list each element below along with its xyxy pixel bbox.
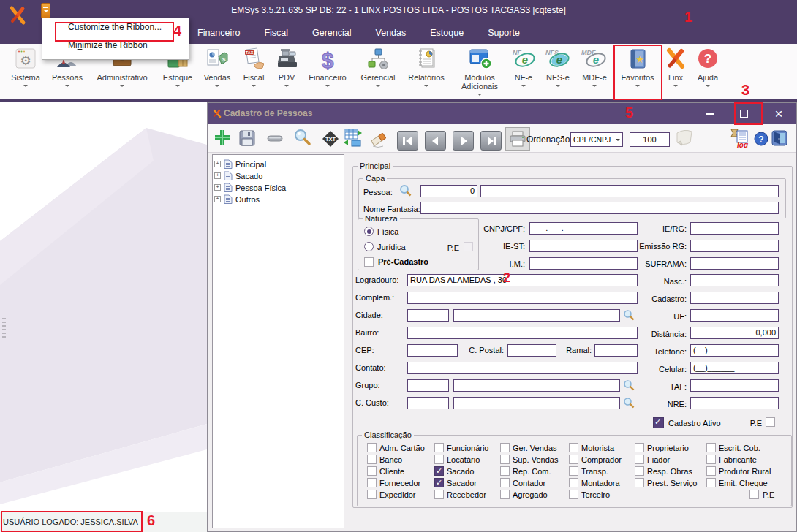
- cidade-name-field[interactable]: [453, 309, 620, 322]
- checkbox-contador[interactable]: Contador: [500, 478, 558, 487]
- uf-field[interactable]: [690, 309, 779, 322]
- toolbar-item-nfse[interactable]: NFSe NFS-e: [541, 45, 575, 89]
- telefone-field[interactable]: (__)________: [690, 344, 779, 357]
- cep-field[interactable]: [407, 344, 458, 357]
- tab-estoque[interactable]: Estoque: [428, 26, 465, 39]
- checkbox-fiador[interactable]: Fiador: [635, 455, 697, 464]
- nre-field[interactable]: [690, 397, 779, 409]
- add-button[interactable]: [213, 128, 232, 150]
- logradouro-field[interactable]: RUA DAS ALAMEDAS , 30: [407, 274, 638, 286]
- c-custo-code-field[interactable]: [407, 397, 449, 409]
- pre-cadastro-checkbox[interactable]: [364, 257, 374, 267]
- checkbox-funcionario[interactable]: Funcionário: [434, 443, 488, 452]
- toolbar-item-financeiro[interactable]: $ Financeiro: [303, 45, 352, 89]
- minimize-button[interactable]: [699, 103, 721, 124]
- log-button[interactable]: log: [728, 128, 749, 151]
- checkbox-prest-servico[interactable]: Prest. Serviço: [635, 478, 697, 487]
- checkbox-proprietario[interactable]: Proprietario: [635, 443, 697, 452]
- toolbar-item-linx[interactable]: Linx: [661, 45, 690, 89]
- nav-next-button[interactable]: [453, 131, 474, 151]
- bairro-field[interactable]: [407, 327, 638, 339]
- tree-expand-icon[interactable]: [214, 161, 221, 167]
- tab-financeiro[interactable]: Financeiro: [196, 26, 241, 39]
- nome-fantasia-field[interactable]: [420, 202, 779, 214]
- checkbox-expedidor[interactable]: Expedidor: [367, 490, 425, 499]
- toolbar-item-modulos-adicionais[interactable]: Módulos Adicionais: [453, 45, 506, 98]
- cidade-code-field[interactable]: [407, 309, 449, 322]
- toolbar-item-relatorios[interactable]: Relatórios: [402, 45, 450, 89]
- celular-field[interactable]: (__)______: [690, 362, 779, 374]
- toolbar-item-favoritos[interactable]: ★ Favoritos: [616, 45, 660, 89]
- toolbar-item-pdv[interactable]: PDV: [272, 45, 301, 89]
- checkbox-recebedor[interactable]: Recebedor: [434, 490, 488, 499]
- search-button[interactable]: [293, 128, 312, 150]
- help-button[interactable]: ?: [754, 132, 768, 149]
- tree-item-outros[interactable]: Outros: [214, 194, 344, 205]
- nav-last-button[interactable]: [480, 131, 502, 151]
- checkbox-transp[interactable]: Transp.: [569, 466, 622, 476]
- checkbox-adm-cartao[interactable]: Adm. Cartão: [367, 443, 425, 452]
- menu-item-minimize-ribbon[interactable]: Minimize the Ribbon: [42, 37, 189, 55]
- checkbox-locatario[interactable]: Locatário: [434, 455, 488, 464]
- checkbox-emit-cheque[interactable]: Emit. Cheque: [706, 478, 771, 487]
- nav-previous-button[interactable]: [425, 131, 446, 151]
- exit-button[interactable]: [771, 129, 788, 150]
- suframa-field[interactable]: [690, 257, 779, 270]
- toolbar-item-gerencial[interactable]: Gerencial: [355, 45, 401, 89]
- tree-expand-icon[interactable]: [214, 184, 221, 191]
- tree-item-pessoa-fisica[interactable]: Pessoa Física: [214, 182, 344, 193]
- limit-input[interactable]: 100: [630, 132, 670, 147]
- toolbar-item-fiscal[interactable]: TAX Fiscal: [237, 45, 271, 89]
- maximize-button[interactable]: [733, 103, 755, 124]
- checkbox-banco[interactable]: Banco: [367, 455, 425, 464]
- nasc-field[interactable]: [690, 274, 779, 286]
- pessoa-name-field[interactable]: [480, 185, 779, 197]
- grupo-name-field[interactable]: [453, 379, 620, 392]
- tree-item-principal[interactable]: Principal: [214, 159, 344, 170]
- checkbox-cliente[interactable]: Cliente: [367, 466, 425, 476]
- tab-suporte[interactable]: Suporte: [486, 26, 521, 39]
- taf-field[interactable]: [690, 379, 779, 392]
- checkbox-motorista[interactable]: Motorista: [569, 443, 622, 452]
- save-button[interactable]: [238, 129, 257, 151]
- checkbox-fornecedor[interactable]: Fornecedor: [367, 478, 425, 487]
- emissao-rg-field[interactable]: [690, 240, 779, 252]
- radio-fisica[interactable]: [364, 227, 374, 236]
- checkbox-fabricante[interactable]: Fabricante: [706, 455, 771, 464]
- toolbar-item-sistema[interactable]: ⚙ Sistema: [6, 45, 45, 89]
- distancia-field[interactable]: 0,000: [690, 327, 779, 339]
- checkbox-comprador[interactable]: Comprador: [569, 455, 622, 464]
- toolbar-item-nfe[interactable]: NFe NF-e: [507, 45, 540, 89]
- c-postal-field[interactable]: [507, 344, 556, 357]
- tab-fiscal[interactable]: Fiscal: [262, 26, 290, 39]
- checkbox-sacado[interactable]: Sacado: [434, 466, 488, 476]
- grupo-code-field[interactable]: [407, 379, 449, 392]
- pe-checkbox[interactable]: [766, 417, 775, 427]
- eraser-button[interactable]: [370, 129, 389, 151]
- menu-item-customize-ribbon[interactable]: Customize the Ribbon...: [42, 18, 189, 37]
- checkbox-terceiro[interactable]: Terceiro: [569, 490, 622, 499]
- checkbox-agregado[interactable]: Agregado: [500, 490, 558, 499]
- contato-field[interactable]: [407, 362, 638, 374]
- c-custo-name-field[interactable]: [453, 397, 620, 409]
- cadastro-field[interactable]: [690, 292, 779, 304]
- pessoa-code-field[interactable]: 0: [420, 185, 477, 197]
- ordenacao-select[interactable]: CPF/CNPJ: [570, 132, 623, 147]
- tree-expand-icon[interactable]: [214, 172, 221, 179]
- toolbar-item-mdfe[interactable]: MDFe MDF-e: [576, 45, 613, 89]
- child-titlebar[interactable]: Cadastro de Pessoas ×: [208, 103, 796, 124]
- checkbox-escrit-cob[interactable]: Escrit. Cob.: [706, 443, 771, 452]
- complem-field[interactable]: [407, 292, 638, 304]
- txt-export-button[interactable]: TXT: [321, 129, 340, 151]
- cadastro-ativo-checkbox[interactable]: [653, 417, 664, 428]
- tab-gerencial[interactable]: Gerencial: [311, 26, 353, 39]
- ie-rg-field[interactable]: [690, 222, 779, 235]
- nav-first-button[interactable]: [397, 131, 418, 151]
- checkbox-rep-com[interactable]: Rep. Com.: [500, 466, 558, 476]
- toolbar-item-vendas[interactable]: $ Vendas: [199, 45, 235, 89]
- close-button[interactable]: ×: [768, 103, 790, 124]
- delete-button[interactable]: [265, 129, 284, 151]
- checkbox-sup-vendas[interactable]: Sup. Vendas: [500, 455, 558, 464]
- classificacao-pe-checkbox[interactable]: [749, 490, 759, 499]
- search-icon[interactable]: [399, 184, 412, 200]
